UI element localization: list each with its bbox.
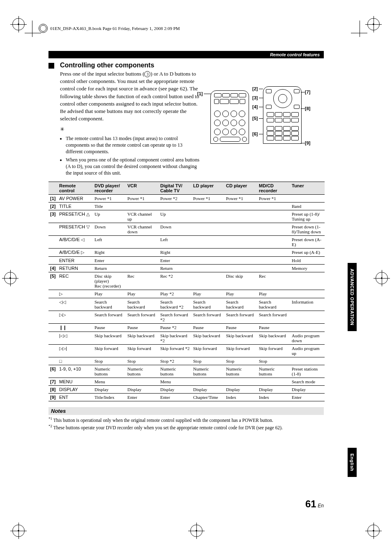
table-ref-cell	[48, 223, 58, 235]
table-header: CD player	[224, 182, 257, 194]
table-cell	[224, 202, 257, 210]
table-cell	[191, 272, 224, 290]
table-cell: Audio program up	[290, 344, 325, 357]
crop-mark-icon	[12, 525, 25, 537]
table-cell: Skip forward	[126, 344, 159, 357]
table-cell: Pause	[93, 323, 126, 332]
table-cell: Search mode	[290, 378, 325, 385]
remote-button-icon	[214, 99, 219, 104]
table-ref-cell: [7]	[48, 378, 58, 385]
table-row: ▷▷Search forwardSearch forwardSearch for…	[48, 311, 325, 323]
table-cell: Index	[224, 393, 257, 401]
table-ref-cell	[48, 323, 58, 332]
table-cell	[191, 378, 224, 385]
table-cell: Play	[93, 290, 126, 298]
table-cell: Hold	[290, 256, 325, 264]
diagram-lead-line	[259, 89, 263, 89]
table-cell: Information	[290, 298, 325, 311]
diagram-lead-line	[259, 107, 263, 107]
table-ref-cell: [8]	[48, 385, 58, 393]
table-cell: Left	[159, 235, 191, 248]
table-cell	[257, 248, 290, 256]
table-remote-control-cell: 1-9, 0, +10	[58, 365, 93, 378]
table-cell	[191, 248, 224, 256]
diagram-label: 9	[305, 140, 310, 145]
diagram-lead-line	[301, 92, 305, 92]
remote-button-icon	[242, 137, 247, 142]
table-cell: Numeric buttons	[159, 365, 191, 378]
table-row: A/B/C/D/E ◁LeftLeftPreset down (A-E)	[48, 235, 325, 248]
diagram-label: 2	[252, 86, 258, 91]
page-number: 61 En	[48, 498, 324, 510]
crop-mark-icon	[376, 272, 388, 284]
remote-button-icon	[291, 112, 299, 117]
table-cell	[257, 235, 290, 248]
crop-mark-icon	[367, 525, 380, 537]
note-text: These buttons operate your DVD recorder …	[53, 425, 283, 430]
remote-button-icon	[222, 111, 229, 117]
remote-button-icon	[214, 129, 221, 135]
table-cell: Stop	[224, 357, 257, 365]
table-cell	[257, 256, 290, 264]
diagram-label: 3	[252, 95, 258, 100]
remote-button-icon	[267, 118, 274, 122]
table-cell	[290, 272, 325, 290]
table-cell: Power *1	[126, 194, 159, 202]
table-cell: Power *1	[93, 194, 126, 202]
table-ref-cell	[48, 235, 58, 248]
table-cell: Stop *2	[159, 357, 191, 365]
table-cell: Display	[224, 385, 257, 393]
remote-button-icon	[291, 118, 299, 122]
table-row: A/B/C/D/E ▷RightRightPreset up (A-E)	[48, 248, 325, 256]
table-cell: Enter	[159, 393, 191, 401]
table-cell	[224, 264, 257, 272]
table-cell: Rec	[126, 272, 159, 290]
table-cell	[159, 202, 191, 210]
running-header-text: Remote control features	[270, 52, 320, 57]
remote-button-icon	[231, 93, 238, 97]
table-cell: Search forward	[126, 311, 159, 323]
remote-button-icon	[239, 111, 245, 117]
remote-outline-top	[210, 90, 249, 144]
side-tab-advanced-operation: ADVANCED OPERATION	[348, 263, 357, 331]
table-remote-control-cell: A/B/C/D/E ▷	[58, 248, 93, 256]
remote-button-icon	[214, 93, 221, 97]
table-header: DVD player/ recorder	[93, 182, 126, 194]
table-cell: Skip backward	[93, 332, 126, 344]
remote-button-icon	[231, 111, 237, 117]
table-row: [4]RETURNReturnReturnMemory	[48, 264, 325, 272]
table-cell	[224, 248, 257, 256]
remote-button-icon	[266, 105, 272, 109]
table-remote-control-cell: ▷▷|	[58, 344, 93, 357]
table-cell: Disc skip	[224, 272, 257, 290]
table-header	[48, 182, 58, 194]
intro-paragraph: Press one of the input selector buttons …	[60, 70, 200, 122]
remote-button-icon	[294, 89, 300, 93]
table-cell	[191, 256, 224, 264]
table-cell: Preset up (A-E)	[290, 248, 325, 256]
table-cell: Rec *2	[159, 272, 191, 290]
table-row: [6]1-9, 0, +10Numeric buttonsNumeric but…	[48, 365, 325, 378]
remote-button-icon	[214, 111, 221, 117]
table-cell: Preset stations (1-8)	[290, 365, 325, 378]
table-cell: Power *1	[224, 194, 257, 202]
table-cell	[290, 290, 325, 298]
remote-button-icon	[291, 136, 299, 140]
document-meta: 01EN_DSP-AX463_B.book Page 61 Friday, Fe…	[39, 24, 180, 33]
diagram-lead-line	[301, 108, 305, 109]
table-cell: Rec	[257, 272, 290, 290]
table-cell	[191, 235, 224, 248]
table-cell: Display	[257, 385, 290, 393]
table-cell: Pause	[224, 323, 257, 332]
table-cell: Stop	[191, 357, 224, 365]
remote-button-icon	[283, 131, 291, 136]
table-ref-cell	[48, 311, 58, 323]
table-cell: Right	[93, 248, 126, 256]
table-header: Remote control	[58, 182, 93, 194]
table-cell	[290, 194, 325, 202]
table-cell: Pause	[191, 323, 224, 332]
table-cell	[290, 323, 325, 332]
diagram-lead-line	[259, 134, 263, 134]
table-cell: Power *1	[257, 194, 290, 202]
crop-line	[360, 21, 360, 37]
